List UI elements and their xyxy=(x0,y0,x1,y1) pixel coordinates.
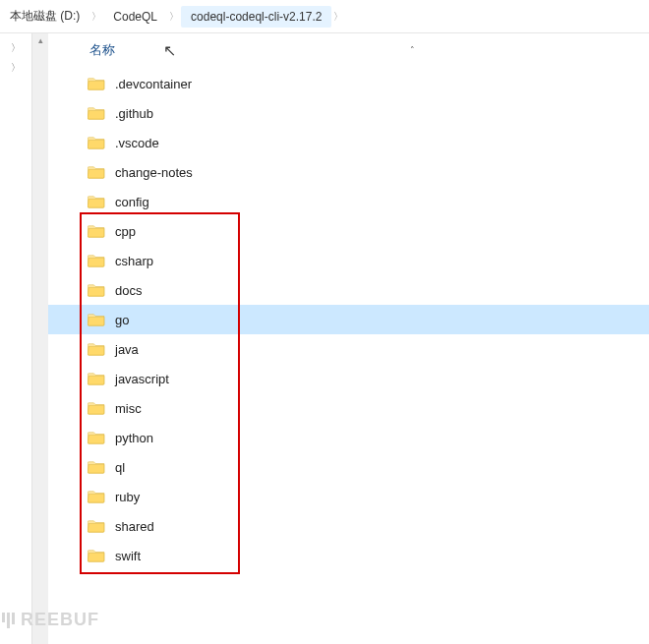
chevron-right-icon[interactable]: 〉 xyxy=(9,59,23,77)
column-header-row: 名称 ˄ xyxy=(48,33,649,65)
breadcrumb-item-current[interactable]: codeql-codeql-cli-v2.17.2 xyxy=(181,6,331,28)
folder-name: ruby xyxy=(115,490,140,504)
folder-icon xyxy=(88,136,105,149)
folder-row[interactable]: ruby xyxy=(48,482,649,511)
scroll-up-icon[interactable]: ▴ xyxy=(38,35,43,45)
folder-icon xyxy=(88,106,105,120)
folder-row[interactable]: csharp xyxy=(48,246,649,275)
chevron-right-icon: 〉 xyxy=(89,10,103,24)
folder-name: swift xyxy=(115,549,141,563)
folder-row[interactable]: .vscode xyxy=(48,128,649,157)
folder-icon xyxy=(88,77,105,90)
breadcrumb-item-codeql[interactable]: CodeQL xyxy=(103,6,167,28)
folder-row[interactable]: javascript xyxy=(48,364,649,393)
folder-icon xyxy=(88,342,105,356)
folder-icon xyxy=(88,224,105,238)
folder-row[interactable]: go xyxy=(48,305,649,334)
folder-name: config xyxy=(115,195,149,209)
breadcrumb: 本地磁盘 (D:) 〉 CodeQL 〉 codeql-codeql-cli-v… xyxy=(0,0,649,33)
breadcrumb-item-disk[interactable]: 本地磁盘 (D:) xyxy=(0,4,89,29)
folder-row[interactable]: .devcontainer xyxy=(48,69,649,98)
tree-scrollbar[interactable]: ▴ xyxy=(31,33,48,644)
folder-icon xyxy=(88,490,105,503)
folder-row[interactable]: cpp xyxy=(48,216,649,246)
folder-row[interactable]: ql xyxy=(48,452,649,482)
sort-indicator-icon: ˄ xyxy=(410,45,415,55)
folder-row[interactable]: .github xyxy=(48,98,649,128)
folder-row[interactable]: java xyxy=(48,334,649,364)
folder-name: change-notes xyxy=(115,165,193,180)
chevron-right-icon: 〉 xyxy=(167,10,181,24)
folder-icon xyxy=(88,460,105,474)
folder-name: docs xyxy=(115,283,142,298)
folder-row[interactable]: docs xyxy=(48,275,649,305)
folder-icon xyxy=(88,372,105,385)
folder-row[interactable]: misc xyxy=(48,393,649,423)
file-list-pane: 名称 ˄ .devcontainer.github.vscodechange-n… xyxy=(48,33,649,644)
file-list: .devcontainer.github.vscodechange-notesc… xyxy=(48,65,649,570)
folder-icon xyxy=(88,254,105,267)
folder-row[interactable]: shared xyxy=(48,511,649,541)
folder-icon xyxy=(88,401,105,415)
folder-row[interactable]: change-notes xyxy=(48,157,649,187)
folder-name: go xyxy=(115,313,129,327)
folder-row[interactable]: python xyxy=(48,423,649,452)
folder-name: .github xyxy=(115,106,153,121)
folder-name: ql xyxy=(115,460,125,475)
folder-name: misc xyxy=(115,401,142,416)
chevron-right-icon[interactable]: 〉 xyxy=(9,39,23,57)
folder-name: cpp xyxy=(115,224,136,239)
folder-name: python xyxy=(115,431,153,445)
column-header-name[interactable]: 名称 xyxy=(89,41,115,59)
folder-name: .devcontainer xyxy=(115,77,192,91)
folder-name: csharp xyxy=(115,254,153,268)
nav-pane: 〉 〉 xyxy=(0,33,31,644)
chevron-right-icon: 〉 xyxy=(331,10,345,24)
folder-icon xyxy=(88,195,105,208)
folder-row[interactable]: swift xyxy=(48,541,649,570)
folder-name: javascript xyxy=(115,372,169,386)
folder-icon xyxy=(88,549,105,562)
folder-row[interactable]: config xyxy=(48,187,649,216)
folder-name: shared xyxy=(115,519,154,534)
folder-icon xyxy=(88,165,105,179)
folder-icon xyxy=(88,519,105,533)
folder-name: java xyxy=(115,342,139,357)
folder-name: .vscode xyxy=(115,136,159,150)
folder-icon xyxy=(88,313,105,326)
folder-icon xyxy=(88,431,105,444)
folder-icon xyxy=(88,283,105,297)
